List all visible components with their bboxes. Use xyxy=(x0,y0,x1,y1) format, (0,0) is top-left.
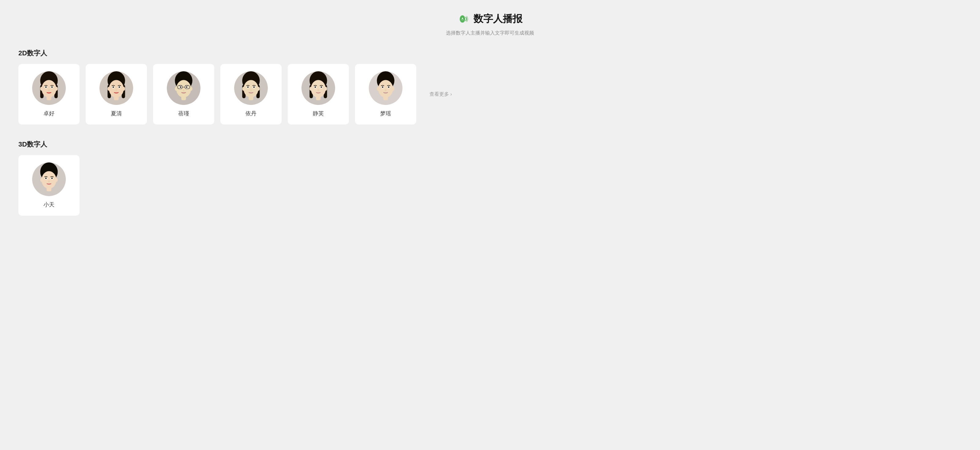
avatar-circle-xiaotian xyxy=(32,162,66,196)
svg-rect-91 xyxy=(47,165,51,170)
section-title-2d: 2D数字人 xyxy=(18,49,962,58)
svg-point-16 xyxy=(48,92,51,93)
svg-point-93 xyxy=(41,171,56,189)
avatar-circle-purong xyxy=(167,71,200,105)
svg-point-81 xyxy=(392,87,395,91)
svg-point-58 xyxy=(253,86,255,88)
svg-point-9 xyxy=(40,87,43,91)
avatar-card-xiaotian[interactable]: 小天 xyxy=(18,155,80,216)
section-2d: 2D数字人 卓好 xyxy=(18,49,962,124)
svg-point-73 xyxy=(317,89,319,91)
page-subtitle: 选择数字人主播并输入文字即可生成视频 xyxy=(18,30,962,37)
svg-point-53 xyxy=(242,87,245,91)
avatar-circle-xiaqing xyxy=(99,71,133,105)
svg-point-66 xyxy=(311,80,326,98)
avatar-card-xiaqing[interactable]: 夏清 xyxy=(86,64,147,124)
svg-point-29 xyxy=(115,89,117,91)
avatar-name-jingfen: 静芙 xyxy=(313,110,324,117)
see-more-2d[interactable]: 查看更多› xyxy=(422,64,459,124)
svg-point-15 xyxy=(48,89,50,91)
svg-point-41 xyxy=(186,86,187,88)
svg-point-59 xyxy=(250,89,252,91)
svg-point-86 xyxy=(385,89,387,91)
svg-point-10 xyxy=(55,87,58,91)
svg-point-23 xyxy=(107,87,110,91)
avatar-card-mengyao[interactable]: 梦瑶 xyxy=(355,64,416,124)
sections-container: 2D数字人 卓好 xyxy=(18,49,962,216)
svg-point-100 xyxy=(48,180,50,182)
avatar-card-zhuohao[interactable]: 卓好 xyxy=(18,64,80,124)
svg-point-22 xyxy=(109,80,124,98)
avatar-name-purong: 蓓瑾 xyxy=(178,110,189,117)
section-3d: 3D数字人 小天 xyxy=(18,140,962,216)
svg-point-71 xyxy=(315,86,316,88)
svg-point-37 xyxy=(190,87,192,91)
svg-point-54 xyxy=(257,87,260,91)
avatar-grid-2d: 卓好 夏清 xyxy=(18,64,962,124)
chevron-right-icon: › xyxy=(450,91,452,97)
svg-point-57 xyxy=(247,86,249,88)
svg-point-74 xyxy=(317,92,320,93)
svg-point-85 xyxy=(388,86,389,88)
speaker-icon xyxy=(458,13,470,25)
see-more-label: 查看更多 xyxy=(430,91,449,98)
svg-point-72 xyxy=(320,86,322,88)
svg-point-13 xyxy=(45,86,47,88)
page-title: 数字人播报 xyxy=(474,12,522,26)
svg-point-98 xyxy=(45,177,47,179)
avatar-card-jingfen[interactable]: 静芙 xyxy=(288,64,349,124)
svg-point-79 xyxy=(378,80,393,98)
svg-point-80 xyxy=(377,87,380,91)
svg-point-40 xyxy=(180,86,181,88)
avatar-name-xiaotian: 小天 xyxy=(43,201,54,208)
svg-point-27 xyxy=(113,86,114,88)
svg-point-94 xyxy=(40,178,43,182)
svg-point-8 xyxy=(41,80,56,98)
svg-point-101 xyxy=(48,183,51,184)
svg-point-84 xyxy=(382,86,383,88)
svg-point-68 xyxy=(325,87,327,91)
avatar-circle-mengyao xyxy=(369,71,402,105)
svg-point-95 xyxy=(55,178,58,182)
svg-point-99 xyxy=(51,177,52,179)
svg-point-77 xyxy=(381,73,391,78)
svg-point-14 xyxy=(51,86,52,88)
svg-point-67 xyxy=(309,87,312,91)
avatar-circle-zhuohao xyxy=(32,71,66,105)
svg-point-24 xyxy=(123,87,125,91)
svg-point-36 xyxy=(175,87,178,91)
svg-point-60 xyxy=(250,92,253,93)
avatar-card-yidan[interactable]: 依丹 xyxy=(220,64,282,124)
svg-point-43 xyxy=(182,92,186,93)
svg-point-28 xyxy=(118,86,120,88)
avatar-name-zhuohao: 卓好 xyxy=(43,110,54,117)
svg-point-30 xyxy=(115,92,118,93)
avatar-circle-jingfen xyxy=(301,71,335,105)
avatar-grid-3d: 小天 xyxy=(18,155,962,216)
svg-point-33 xyxy=(180,73,187,79)
avatar-name-mengyao: 梦瑶 xyxy=(380,110,391,117)
avatar-name-xiaqing: 夏清 xyxy=(111,110,122,117)
title-row: 数字人播报 xyxy=(18,12,962,26)
svg-point-2 xyxy=(462,18,463,19)
avatar-circle-yidan xyxy=(234,71,268,105)
svg-point-87 xyxy=(384,92,387,93)
section-title-3d: 3D数字人 xyxy=(18,140,962,149)
avatar-name-yidan: 依丹 xyxy=(245,110,256,117)
svg-point-52 xyxy=(243,80,258,98)
page-header: 数字人播报 选择数字人主播并输入文字即可生成视频 xyxy=(18,12,962,37)
svg-point-42 xyxy=(183,89,185,91)
avatar-card-purong[interactable]: 蓓瑾 xyxy=(153,64,214,124)
